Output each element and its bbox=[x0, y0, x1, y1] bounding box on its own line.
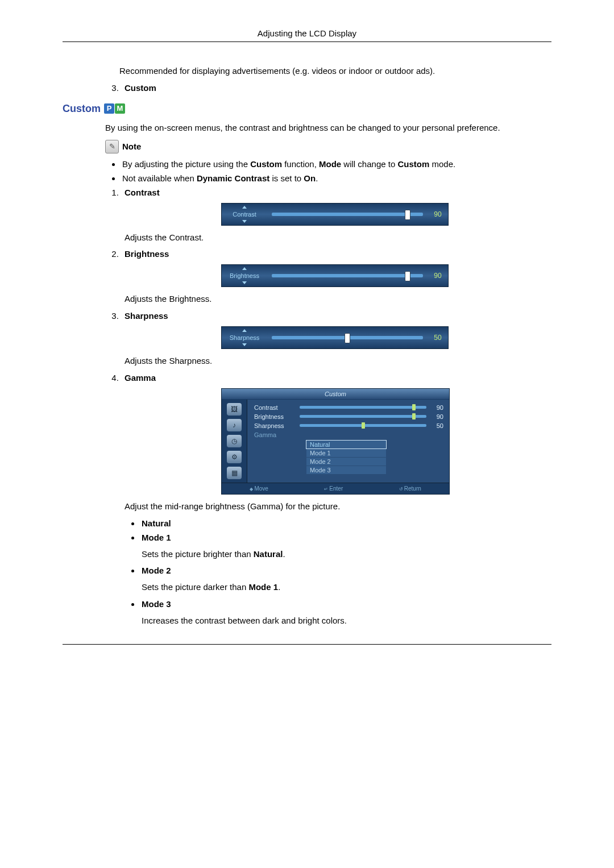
text: mode. bbox=[429, 159, 455, 169]
osd-slider-thumb[interactable] bbox=[345, 333, 350, 343]
note-item-2: Not available when Dynamic Contrast is s… bbox=[121, 173, 551, 183]
item-sharpness-desc: Adjusts the Sharpness. bbox=[125, 355, 551, 367]
row-track bbox=[300, 415, 426, 418]
setup-icon[interactable]: ⚙ bbox=[227, 451, 242, 463]
header-rule bbox=[63, 41, 551, 42]
osd-footer-enter: Enter bbox=[324, 485, 343, 492]
osd-row-gamma[interactable]: Gamma bbox=[254, 431, 443, 438]
picture-icon[interactable]: 🖼 bbox=[227, 403, 242, 416]
row-thumb bbox=[412, 413, 416, 420]
row-label: Sharpness bbox=[254, 422, 300, 429]
text: will change to bbox=[341, 159, 397, 169]
item-contrast-desc: Adjusts the Contrast. bbox=[125, 231, 551, 244]
page-header-title: Adjusting the LCD Display bbox=[63, 28, 551, 41]
osd-footer-move: Move bbox=[250, 485, 268, 492]
osd-slider-value: 90 bbox=[428, 210, 448, 218]
osd-row-sharpness[interactable]: Sharpness 50 bbox=[254, 422, 443, 429]
multi-icon[interactable]: ▦ bbox=[227, 467, 242, 479]
text: Sets the picture darker than bbox=[142, 582, 248, 592]
osd-sharpness-slider[interactable]: Sharpness 50 bbox=[221, 326, 449, 349]
section-heading-custom: Custom PM bbox=[63, 103, 551, 115]
osd-slider-track[interactable] bbox=[272, 213, 423, 216]
row-thumb bbox=[412, 404, 416, 410]
osd-option-natural[interactable]: Natural bbox=[306, 441, 386, 448]
row-value: 90 bbox=[430, 404, 443, 411]
item-gamma-label: Gamma bbox=[125, 373, 156, 383]
mode-badge: PM bbox=[104, 103, 125, 114]
note-item-1: By adjusting the picture using the Custo… bbox=[121, 159, 551, 169]
gamma-mode3-label: Mode 3 bbox=[142, 599, 171, 609]
osd-menu-title: Custom bbox=[222, 389, 449, 400]
osd-contrast-slider[interactable]: Contrast 90 bbox=[221, 203, 449, 226]
gamma-mode3-desc: Increases the contrast between dark and … bbox=[142, 614, 551, 627]
osd-slider-track[interactable] bbox=[272, 274, 423, 277]
osd-option-mode1[interactable]: Mode 1 bbox=[306, 449, 386, 457]
osd-slider-label: Brightness bbox=[222, 272, 267, 279]
text: Not available when bbox=[122, 173, 197, 183]
osd-slider-label: Contrast bbox=[222, 211, 267, 218]
section-intro: By using the on-screen menus, the contra… bbox=[105, 122, 551, 134]
note-icon: ✎ bbox=[105, 140, 119, 153]
osd-slider-label: Sharpness bbox=[222, 334, 267, 341]
osd-row-contrast[interactable]: Contrast 90 bbox=[254, 404, 443, 411]
gamma-mode1-desc: Sets the picture brighter than Natural. bbox=[142, 548, 551, 560]
badge-m: M bbox=[115, 103, 125, 114]
item-sharpness-label: Sharpness bbox=[125, 311, 168, 321]
row-track bbox=[300, 424, 426, 427]
osd-footer-return: Return bbox=[399, 485, 421, 492]
item-contrast-label: Contrast bbox=[125, 188, 160, 197]
text: . bbox=[278, 582, 280, 592]
osd-option-mode3[interactable]: Mode 3 bbox=[306, 466, 386, 474]
badge-p: P bbox=[104, 103, 114, 114]
row-value: 50 bbox=[430, 422, 443, 429]
item-brightness-label: Brightness bbox=[125, 249, 169, 259]
sound-icon[interactable]: ♪ bbox=[227, 419, 242, 431]
footer-rule bbox=[63, 644, 551, 645]
text: Mode 1 bbox=[248, 582, 278, 592]
osd-slider-thumb[interactable] bbox=[405, 271, 410, 281]
text: . bbox=[283, 549, 285, 559]
osd-slider-value: 90 bbox=[428, 272, 448, 280]
item-brightness-desc: Adjusts the Brightness. bbox=[125, 293, 551, 305]
text: Sets the picture brighter than bbox=[142, 549, 254, 559]
recommended-text: Recommended for displaying advertisement… bbox=[119, 65, 551, 77]
section-heading-text: Custom bbox=[63, 103, 101, 115]
clock-icon[interactable]: ◷ bbox=[227, 435, 242, 447]
osd-slider-track[interactable] bbox=[272, 336, 423, 339]
osd-row-brightness[interactable]: Brightness 90 bbox=[254, 413, 443, 420]
osd-menu-icon-column: 🖼 ♪ ◷ ⚙ ▦ bbox=[222, 400, 247, 483]
osd-brightness-slider[interactable]: Brightness 90 bbox=[221, 264, 449, 287]
gamma-mode1-label: Mode 1 bbox=[142, 533, 171, 542]
row-label: Brightness bbox=[254, 413, 300, 420]
row-track bbox=[300, 406, 426, 409]
osd-option-mode2[interactable]: Mode 2 bbox=[306, 458, 386, 466]
list-item-custom: Custom bbox=[125, 83, 156, 93]
row-label: Contrast bbox=[254, 404, 300, 411]
row-value: 90 bbox=[430, 413, 443, 420]
text: Custom bbox=[397, 159, 429, 169]
osd-menu-footer: Move Enter Return bbox=[222, 483, 449, 494]
gamma-mode-natural: Natural bbox=[142, 518, 171, 528]
text: Dynamic Contrast bbox=[197, 173, 269, 183]
note-label: Note bbox=[122, 142, 141, 151]
text: Custom bbox=[250, 159, 282, 169]
osd-slider-thumb[interactable] bbox=[405, 210, 410, 220]
text: function, bbox=[282, 159, 319, 169]
osd-gamma-options[interactable]: Natural Mode 1 Mode 2 Mode 3 bbox=[306, 441, 386, 474]
text: Mode bbox=[319, 159, 341, 169]
gamma-mode2-label: Mode 2 bbox=[142, 566, 171, 575]
text: is set to bbox=[269, 173, 304, 183]
text: Natural bbox=[254, 549, 283, 559]
text: . bbox=[316, 173, 318, 183]
text: By adjusting the picture using the bbox=[122, 159, 250, 169]
osd-slider-value: 50 bbox=[428, 334, 448, 342]
row-thumb bbox=[362, 422, 365, 429]
gamma-mode2-desc: Sets the picture darker than Mode 1. bbox=[142, 581, 551, 593]
item-gamma-desc: Adjust the mid-range brightness (Gamma) … bbox=[125, 500, 551, 513]
text: On bbox=[304, 173, 316, 183]
row-label: Gamma bbox=[254, 431, 300, 438]
osd-gamma-menu[interactable]: Custom 🖼 ♪ ◷ ⚙ ▦ Contrast bbox=[221, 388, 450, 495]
